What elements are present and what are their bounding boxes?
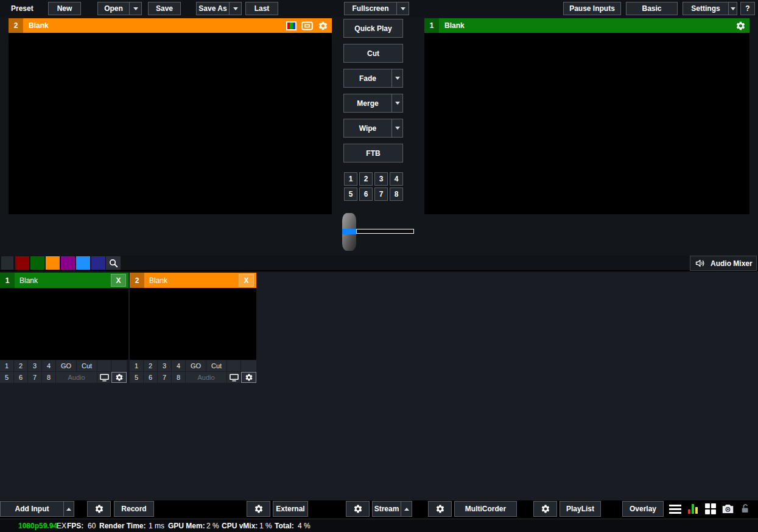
input-2-overlay-6-button[interactable]: 6: [144, 372, 157, 383]
input-2-overlay-5-button[interactable]: 5: [130, 372, 143, 383]
input-1-overlay-1-button[interactable]: 1: [0, 360, 13, 371]
ftb-button[interactable]: FTB: [343, 144, 403, 163]
input-2-overlay-7-button[interactable]: 7: [158, 372, 171, 383]
audio-levels-button[interactable]: [685, 501, 701, 517]
colorbars-icon[interactable]: [286, 21, 297, 30]
transition-preset-2-button[interactable]: 2: [359, 172, 373, 186]
snapshot-button[interactable]: [720, 501, 735, 517]
category-all-button[interactable]: [1, 256, 13, 270]
external-settings-button[interactable]: [247, 501, 270, 517]
levels-icon: [688, 504, 698, 514]
save-as-dropdown-button[interactable]: [229, 2, 241, 15]
stream-dropdown-button[interactable]: [401, 502, 412, 516]
open-dropdown-button[interactable]: [129, 2, 141, 15]
input-2-overlay-3-button[interactable]: 3: [158, 360, 171, 371]
overlay-button[interactable]: Overlay: [622, 501, 664, 517]
input-2-cut-button[interactable]: Cut: [206, 360, 226, 371]
transition-preset-4-button[interactable]: 4: [390, 172, 403, 186]
transition-preset-5-button[interactable]: 5: [344, 187, 357, 201]
input-2-overlay-4-button[interactable]: 4: [172, 360, 185, 371]
gear-icon[interactable]: [735, 21, 746, 31]
stream-button[interactable]: Stream: [372, 501, 412, 517]
input-1-number: 1: [0, 273, 15, 288]
settings-dropdown-button[interactable]: [728, 2, 737, 15]
stream-settings-button[interactable]: [346, 501, 370, 517]
cut-button[interactable]: Cut: [343, 44, 403, 63]
lock-interface-button[interactable]: [737, 501, 753, 517]
multicorder-button[interactable]: MultiCorder: [454, 501, 517, 517]
fullscreen-button[interactable]: Fullscreen: [344, 2, 409, 15]
input-1-overlay-8-button[interactable]: 8: [42, 372, 55, 383]
input-1-overlay-6-button[interactable]: 6: [14, 372, 27, 383]
record-settings-button[interactable]: [87, 501, 111, 517]
input-1-go-button[interactable]: GO: [56, 360, 76, 371]
input-1-thumbnail[interactable]: [0, 288, 128, 360]
category-blue-button[interactable]: [76, 256, 90, 270]
add-input-button[interactable]: Add Input: [0, 501, 74, 517]
category-orange-button[interactable]: [46, 256, 60, 270]
gear-icon[interactable]: [318, 21, 328, 31]
input-1-overlay-3-button[interactable]: 3: [28, 360, 41, 371]
input-1-title: Blank: [19, 276, 38, 285]
search-button[interactable]: [106, 256, 121, 270]
pause-inputs-button[interactable]: Pause Inputs: [563, 2, 621, 15]
category-navy-button[interactable]: [91, 256, 105, 270]
input-2-overlay-1-button[interactable]: 1: [130, 360, 143, 371]
input-1-settings-button[interactable]: [111, 372, 127, 383]
transition-preset-3-button[interactable]: 3: [374, 172, 388, 186]
wipe-button[interactable]: Wipe: [343, 119, 403, 138]
display-icon[interactable]: [301, 21, 313, 30]
input-2-thumbnail[interactable]: [130, 288, 256, 360]
record-button[interactable]: Record: [114, 501, 154, 517]
input-1-overlay-5-button[interactable]: 5: [0, 372, 13, 383]
help-button[interactable]: ?: [740, 2, 755, 15]
input-1-overlay-4-button[interactable]: 4: [42, 360, 55, 371]
transition-preset-6-button[interactable]: 6: [359, 187, 373, 201]
audio-mixer-button[interactable]: Audio Mixer: [690, 256, 757, 271]
add-input-dropdown-button[interactable]: [63, 502, 74, 516]
input-1-header[interactable]: 1 Blank X: [0, 273, 128, 288]
input-2-go-button[interactable]: GO: [186, 360, 206, 371]
input-2-fullscreen-button[interactable]: [227, 372, 240, 383]
multiview-button[interactable]: [703, 501, 718, 517]
playlist-settings-button[interactable]: [533, 501, 557, 517]
last-button[interactable]: Last: [245, 2, 278, 15]
basic-button[interactable]: Basic: [626, 2, 678, 15]
quick-play-button[interactable]: Quick Play: [343, 19, 403, 38]
category-red-button[interactable]: [15, 256, 29, 270]
input-2-overlay-2-button[interactable]: 2: [144, 360, 157, 371]
save-button[interactable]: Save: [148, 2, 181, 15]
fade-dropdown-button[interactable]: [391, 69, 402, 87]
merge-dropdown-button[interactable]: [391, 94, 402, 112]
playlist-button[interactable]: PlayList: [560, 501, 601, 517]
multicorder-settings-button[interactable]: [428, 501, 452, 517]
transition-preset-1-button[interactable]: 1: [344, 172, 357, 186]
input-1-cut-button[interactable]: Cut: [77, 360, 97, 371]
transition-preset-7-button[interactable]: 7: [374, 187, 388, 201]
open-button[interactable]: Open: [97, 2, 142, 15]
transition-preset-8-button[interactable]: 8: [390, 187, 403, 201]
new-button[interactable]: New: [48, 2, 81, 15]
list-view-button[interactable]: [667, 501, 683, 517]
fade-button[interactable]: Fade: [343, 69, 403, 88]
category-purple-button[interactable]: [61, 256, 75, 270]
tbar-handle[interactable]: [342, 213, 356, 251]
input-1-audio-button[interactable]: Audio: [56, 372, 97, 383]
input-2-close-button[interactable]: X: [239, 274, 254, 287]
input-1-close-button[interactable]: X: [111, 274, 126, 287]
external-button[interactable]: External: [273, 501, 308, 517]
fullscreen-dropdown-button[interactable]: [396, 2, 409, 15]
input-1-overlay-2-button[interactable]: 2: [14, 360, 27, 371]
input-2-settings-button[interactable]: [241, 372, 256, 383]
merge-button[interactable]: Merge: [343, 94, 403, 113]
input-tile-1: 1 Blank X 1 2 3 4 GO Cut 5 6 7 8 Audio: [0, 273, 128, 360]
save-as-button[interactable]: Save As: [196, 2, 242, 15]
input-1-fullscreen-button[interactable]: [97, 372, 111, 383]
settings-button[interactable]: Settings: [683, 2, 737, 15]
category-green-button[interactable]: [30, 256, 44, 270]
wipe-dropdown-button[interactable]: [391, 119, 402, 137]
input-1-overlay-7-button[interactable]: 7: [28, 372, 41, 383]
input-2-overlay-8-button[interactable]: 8: [172, 372, 185, 383]
input-2-header[interactable]: 2 Blank X: [130, 273, 256, 288]
input-2-audio-button[interactable]: Audio: [186, 372, 226, 383]
